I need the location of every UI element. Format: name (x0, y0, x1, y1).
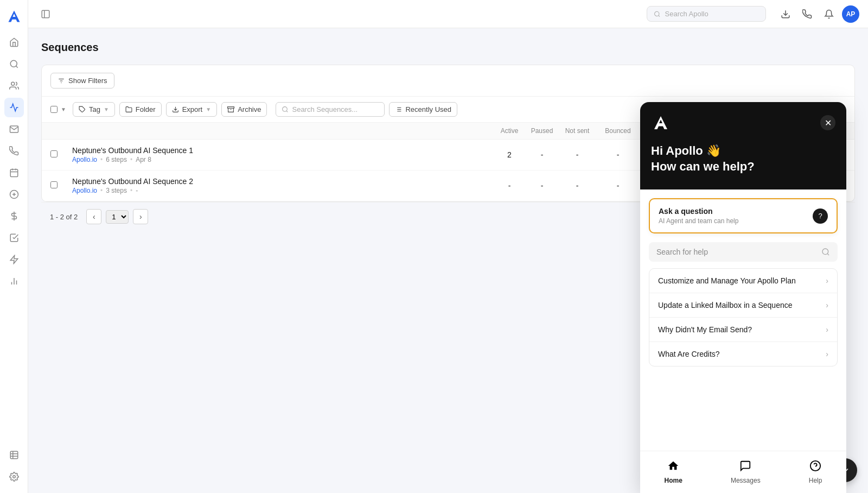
app-logo[interactable] (4, 7, 24, 26)
widget-close-button[interactable]: ✕ (820, 115, 835, 130)
sidebar-item-table[interactable] (4, 445, 24, 465)
select-all-checkbox-wrap[interactable]: ▼ (50, 105, 68, 113)
help-link-item[interactable]: Why Didn't My Email Send? › (649, 318, 837, 342)
footer-tab-home[interactable]: Home (654, 458, 693, 486)
topnav: AP (28, 0, 868, 28)
svg-rect-30 (228, 107, 234, 109)
topnav-actions: AP (777, 5, 859, 23)
row2-bounced: - (596, 181, 640, 190)
tag-button[interactable]: Tag ▼ (73, 102, 115, 117)
sequence-search-bar[interactable] (276, 102, 385, 117)
export-button[interactable]: Export ▼ (166, 102, 217, 117)
sequence-search-input[interactable] (292, 105, 379, 113)
global-search-bar[interactable] (647, 6, 766, 22)
sidebar-item-checklist[interactable] (4, 228, 24, 248)
svg-point-0 (10, 60, 17, 67)
archive-button[interactable]: Archive (221, 102, 267, 117)
svg-line-1 (16, 66, 17, 67)
filters-toolbar: Show Filters (42, 65, 854, 97)
sidebar-item-revenue[interactable] (4, 206, 24, 226)
sequence-source-link[interactable]: Apollo.io (72, 156, 97, 163)
phone-icon[interactable] (799, 5, 816, 23)
sidebar-toggle-icon[interactable] (37, 5, 54, 23)
svg-point-2 (11, 82, 14, 85)
user-avatar[interactable]: AP (842, 5, 859, 23)
svg-point-19 (12, 476, 15, 478)
show-filters-button[interactable]: Show Filters (50, 73, 114, 89)
messages-icon (739, 460, 751, 475)
help-link-arrow: › (826, 350, 828, 358)
recently-used-button[interactable]: Recently Used (389, 102, 457, 117)
help-links-section: Customize and Manage Your Apollo Plan › … (649, 268, 838, 366)
sidebar (0, 0, 28, 493)
widget-footer: Home Messages Help (640, 451, 846, 493)
search-help-section[interactable]: Search for help (649, 242, 838, 262)
svg-rect-15 (10, 451, 18, 459)
footer-tab-help[interactable]: Help (798, 458, 833, 486)
row1-active: 2 (493, 150, 526, 159)
widget-header-top: ✕ (651, 113, 835, 132)
sidebar-item-lightning[interactable] (4, 250, 24, 269)
help-link-label: Customize and Manage Your Apollo Plan (658, 276, 796, 285)
widget-greeting: Hi Apollo 👋 How can we help? (651, 143, 835, 174)
svg-rect-20 (42, 10, 49, 18)
sidebar-item-sequences[interactable] (4, 98, 24, 117)
footer-tab-help-label: Help (809, 477, 822, 484)
row2-active: - (493, 181, 526, 190)
col-active: Active (493, 127, 526, 135)
home-icon (667, 460, 679, 475)
svg-point-40 (822, 249, 828, 255)
help-link-item[interactable]: Customize and Manage Your Apollo Plan › (649, 269, 837, 293)
sidebar-item-tasks[interactable] (4, 163, 24, 182)
help-link-label: Why Didn't My Email Send? (658, 325, 752, 334)
sidebar-item-settings[interactable] (4, 467, 24, 486)
ask-question-card[interactable]: Ask a question AI Agent and team can hel… (649, 198, 838, 233)
sidebar-item-phone[interactable] (4, 141, 24, 161)
bell-icon[interactable] (820, 5, 838, 23)
help-link-label: What Are Credits? (658, 350, 720, 358)
sidebar-item-deals[interactable] (4, 185, 24, 204)
help-link-label: Update a Linked Mailbox in a Sequence (658, 301, 793, 309)
select-all-checkbox[interactable] (50, 106, 58, 113)
help-link-arrow: › (826, 325, 828, 334)
footer-tab-messages-label: Messages (731, 477, 761, 484)
sequence-meta: Apollo.io • 6 steps • Apr 8 (72, 156, 493, 163)
sidebar-item-search[interactable] (4, 54, 24, 74)
pagination-prev-button[interactable]: ‹ (86, 209, 101, 224)
sequence-source-link[interactable]: Apollo.io (72, 187, 97, 194)
folder-button[interactable]: Folder (119, 102, 162, 117)
help-link-item[interactable]: What Are Credits? › (649, 342, 837, 366)
export-arrow: ▼ (206, 106, 211, 112)
widget-body: Ask a question AI Agent and team can hel… (640, 189, 846, 451)
row2-not-sent: - (558, 181, 596, 190)
row1-paused: - (526, 150, 558, 159)
tag-arrow: ▼ (104, 106, 109, 112)
row-checkbox[interactable] (50, 150, 58, 157)
sidebar-item-analytics[interactable] (4, 271, 24, 291)
ask-question-subtitle: AI Agent and team can help (659, 217, 738, 225)
page-title: Sequences (41, 41, 855, 54)
sequence-name: Neptune's Outbound AI Sequence 2 (72, 177, 493, 186)
row1-not-sent: - (558, 150, 596, 159)
help-icon (809, 460, 821, 475)
col-not-sent: Not sent (558, 127, 596, 135)
row1-bounced: - (596, 150, 640, 159)
download-icon[interactable] (777, 5, 794, 23)
widget-logo (651, 113, 671, 132)
svg-point-32 (283, 107, 288, 112)
pagination-next-button[interactable]: › (133, 209, 148, 224)
search-help-label: Search for help (656, 248, 708, 256)
sequence-steps: 3 steps (106, 187, 127, 194)
sidebar-item-email[interactable] (4, 119, 24, 139)
widget-header: ✕ Hi Apollo 👋 How can we help? (640, 102, 846, 189)
help-link-arrow: › (826, 301, 828, 309)
sidebar-item-home[interactable] (4, 33, 24, 52)
row-checkbox[interactable] (50, 181, 58, 188)
global-search-input[interactable] (665, 10, 759, 18)
page-select[interactable]: 1 (106, 210, 129, 224)
help-link-arrow: › (826, 276, 828, 285)
help-link-item[interactable]: Update a Linked Mailbox in a Sequence › (649, 293, 837, 318)
footer-tab-messages[interactable]: Messages (720, 458, 771, 486)
sidebar-item-contacts[interactable] (4, 76, 24, 96)
checkbox-dropdown-arrow[interactable]: ▼ (59, 105, 68, 113)
